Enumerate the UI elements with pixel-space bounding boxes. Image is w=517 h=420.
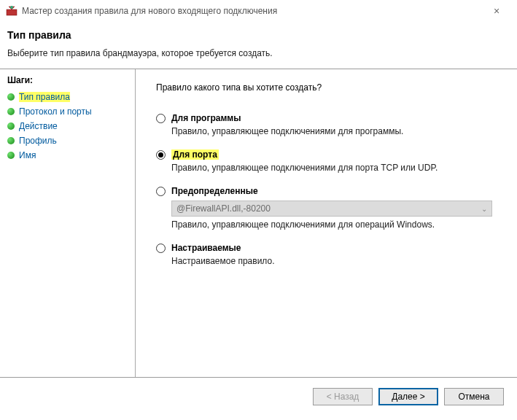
option-predefined-label[interactable]: Предопределенные bbox=[171, 186, 258, 196]
option-port: Для порта Правило, управляющее подключен… bbox=[156, 149, 497, 173]
steps-list: Тип правила Протокол и порты Действие Пр… bbox=[0, 90, 135, 163]
option-custom-desc: Настраиваемое правило. bbox=[171, 256, 497, 266]
step-label: Действие bbox=[19, 121, 58, 131]
wizard-header: Тип правила Выберите тип правила брандма… bbox=[0, 22, 517, 69]
window-title: Мастер создания правила для нового входя… bbox=[22, 6, 482, 16]
question-text: Правило какого типа вы хотите создать? bbox=[156, 82, 497, 93]
titlebar: Мастер создания правила для нового входя… bbox=[0, 0, 517, 22]
step-label: Имя bbox=[19, 150, 36, 160]
step-rule-type[interactable]: Тип правила bbox=[0, 90, 135, 104]
steps-title: Шаги: bbox=[0, 75, 135, 90]
step-label: Протокол и порты bbox=[19, 106, 92, 117]
back-button[interactable]: < Назад bbox=[313, 388, 373, 405]
firewall-icon bbox=[6, 5, 18, 17]
radio-port[interactable] bbox=[156, 150, 166, 160]
page-title: Тип правила bbox=[7, 29, 510, 41]
predefined-combo-value: @FirewallAPI.dll,-80200 bbox=[176, 203, 271, 214]
predefined-combo: @FirewallAPI.dll,-80200 ⌄ bbox=[171, 201, 492, 217]
option-program: Для программы Правило, управляющее подкл… bbox=[156, 113, 497, 136]
wizard-content: Правило какого типа вы хотите создать? Д… bbox=[136, 69, 517, 377]
next-button[interactable]: Далее > bbox=[378, 388, 438, 405]
radio-predefined[interactable] bbox=[156, 187, 166, 196]
option-custom-label[interactable]: Настраиваемые bbox=[171, 243, 241, 253]
step-bullet-icon bbox=[7, 93, 15, 101]
option-program-desc: Правило, управляющее подключениями для п… bbox=[171, 126, 497, 136]
option-custom: Настраиваемые Настраиваемое правило. bbox=[156, 243, 497, 266]
step-label: Тип правила bbox=[19, 92, 70, 102]
page-subtitle: Выберите тип правила брандмауэра, которо… bbox=[7, 48, 510, 58]
wizard-body: Шаги: Тип правила Протокол и порты Дейст… bbox=[0, 69, 517, 377]
step-bullet-icon bbox=[7, 122, 15, 130]
svg-point-1 bbox=[10, 6, 13, 9]
step-protocol-ports[interactable]: Протокол и порты bbox=[0, 104, 135, 119]
close-icon[interactable]: × bbox=[482, 5, 511, 17]
step-label: Профиль bbox=[19, 136, 57, 146]
step-bullet-icon bbox=[7, 152, 15, 159]
option-program-label[interactable]: Для программы bbox=[171, 113, 241, 123]
svg-rect-0 bbox=[7, 9, 17, 15]
step-name[interactable]: Имя bbox=[0, 148, 135, 163]
cancel-button[interactable]: Отмена bbox=[444, 388, 504, 405]
option-port-desc: Правило, управляющее подключениями для п… bbox=[171, 163, 497, 173]
option-predefined: Предопределенные @FirewallAPI.dll,-80200… bbox=[156, 186, 497, 230]
wizard-footer: < Назад Далее > Отмена bbox=[0, 378, 517, 416]
step-profile[interactable]: Профиль bbox=[0, 133, 135, 148]
radio-program[interactable] bbox=[156, 114, 166, 123]
step-bullet-icon bbox=[7, 108, 15, 115]
option-predefined-desc: Правило, управляющее подключениями для о… bbox=[171, 219, 497, 230]
step-bullet-icon bbox=[7, 137, 15, 144]
option-port-label[interactable]: Для порта bbox=[171, 149, 219, 160]
chevron-down-icon: ⌄ bbox=[481, 205, 487, 213]
step-action[interactable]: Действие bbox=[0, 119, 135, 133]
steps-sidebar: Шаги: Тип правила Протокол и порты Дейст… bbox=[0, 69, 135, 377]
radio-custom[interactable] bbox=[156, 244, 166, 253]
